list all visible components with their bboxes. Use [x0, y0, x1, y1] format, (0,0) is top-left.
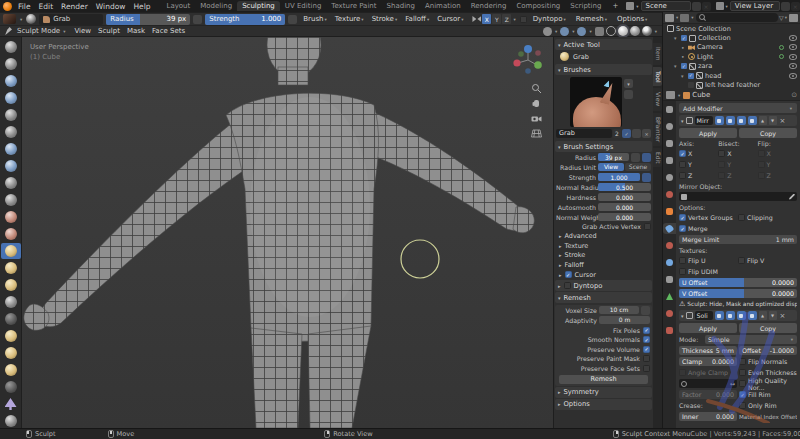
smooth-brush-icon[interactable] — [1, 175, 21, 191]
angle-clamp-checkbox[interactable] — [679, 369, 686, 376]
mirror-flip-x-checkbox[interactable] — [758, 150, 765, 157]
remesh-checkbox[interactable] — [643, 346, 650, 353]
snake-hook-brush-icon[interactable] — [1, 277, 21, 293]
object-checkbox[interactable] — [688, 73, 694, 79]
collapsed-panel-header[interactable]: ▸ Symmetry — [555, 387, 652, 398]
move-up-button[interactable]: ▲ — [759, 311, 767, 320]
elastic-deform-brush-icon[interactable] — [1, 260, 21, 276]
modifier-name-field[interactable]: Mirr — [695, 116, 713, 125]
high-quality-normals-checkbox[interactable] — [739, 380, 746, 387]
shading-rendered-button[interactable] — [642, 26, 652, 36]
outliner-row-light[interactable]: • Light — [663, 52, 800, 61]
menubar-item[interactable]: Window — [92, 2, 130, 11]
remesh-button[interactable]: Remesh — [559, 375, 648, 384]
realtime-toggle[interactable] — [737, 116, 746, 125]
clay-strips-brush-icon[interactable] — [1, 90, 21, 106]
scene-selector[interactable]: ▾ Scene × — [626, 1, 710, 11]
radius-pressure-icon[interactable] — [193, 15, 202, 24]
strength-slider[interactable]: Strength 1.000 — [205, 14, 285, 25]
subpanel-header[interactable]: ▸ Cursor — [554, 270, 653, 280]
radius-eyedropper-icon[interactable] — [631, 153, 640, 162]
workspace-tab[interactable]: Texture Paint — [326, 1, 381, 11]
on-cage-toggle[interactable] — [715, 311, 724, 320]
mirror-bisect-x-checkbox[interactable] — [718, 150, 725, 157]
remesh-checkbox[interactable] — [643, 355, 650, 362]
flip-normals-checkbox[interactable] — [739, 358, 746, 365]
render-toggle[interactable] — [748, 311, 757, 320]
hide-eye-icon[interactable] — [789, 63, 797, 69]
falloff-preview-icon[interactable] — [26, 14, 36, 24]
clipping-checkbox[interactable] — [738, 214, 745, 221]
overlays-toggle-icon[interactable] — [577, 27, 586, 36]
radius-slider[interactable]: Radius 39 px — [106, 14, 190, 25]
collection-checkbox[interactable] — [681, 35, 687, 41]
3d-viewport[interactable]: User Perspective (1) Cube — [22, 37, 553, 428]
edit-mode-toggle[interactable] — [726, 116, 735, 125]
view-layer-tab-icon[interactable] — [663, 155, 676, 166]
dyntopo-menu[interactable]: Dyntopo▾ — [530, 14, 570, 25]
outliner-row-camera[interactable]: • Camera — [663, 43, 800, 52]
pose-brush-icon[interactable] — [1, 311, 21, 327]
v-offset-slider[interactable]: V Offset 0.0000 — [679, 289, 797, 298]
header-menu[interactable]: Texture▾ — [332, 14, 368, 25]
new-scene-button[interactable] — [692, 2, 701, 11]
copy-button[interactable]: Copy — [739, 323, 797, 333]
hide-eye-icon[interactable] — [789, 44, 797, 50]
zoom-icon[interactable] — [531, 83, 542, 94]
thickness-field[interactable]: Thickness5 mm — [679, 346, 737, 355]
constraints-tab-icon[interactable] — [663, 274, 676, 285]
expand-arrow-icon[interactable]: ▾ — [681, 73, 686, 79]
workspace-tab[interactable]: Animation — [420, 1, 466, 11]
hide-eye-icon[interactable] — [789, 54, 797, 60]
mirror-bisect-z-checkbox[interactable] — [718, 172, 725, 179]
copy-button[interactable]: Copy — [739, 128, 797, 138]
brush-name-field[interactable]: Grab — [556, 129, 612, 138]
crease-brush-icon[interactable] — [1, 158, 21, 174]
annotate-tool-icon[interactable] — [1, 413, 21, 429]
viewport-menu[interactable]: Mask — [124, 26, 148, 37]
fill-rim-checkbox[interactable] — [739, 391, 746, 398]
radius-unit-view-button[interactable]: View — [598, 163, 624, 171]
snap-toggle-icon[interactable] — [560, 27, 569, 36]
sidebar-tab[interactable]: View — [653, 88, 662, 110]
slide-relax-brush-icon[interactable] — [1, 362, 21, 378]
viewport-menu[interactable]: View — [71, 26, 94, 37]
brushes-panel-header[interactable]: ▾ Brushes — [555, 64, 652, 75]
delete-modifier-button[interactable]: × — [780, 117, 786, 125]
draw-brush-icon[interactable] — [1, 39, 21, 55]
move-down-button[interactable]: ▼ — [769, 311, 777, 320]
scene-tab-icon[interactable] — [663, 172, 676, 183]
render-tab-icon[interactable] — [663, 121, 676, 132]
outliner-row-zara[interactable]: ▾ zara — [663, 62, 800, 71]
remesh-menu[interactable]: Remesh▾ — [573, 14, 611, 25]
workspace-tab[interactable]: Sculpting — [237, 1, 280, 11]
flatten-brush-icon[interactable] — [1, 192, 21, 208]
mirror-modifier-header[interactable]: ▾ Mirr ▲ ▼ × — [679, 115, 797, 126]
add-modifier-button[interactable]: Add Modifier▾ — [679, 103, 797, 113]
shading-wireframe-button[interactable] — [606, 26, 616, 36]
clay-brush-icon[interactable] — [1, 73, 21, 89]
remesh-checkbox[interactable] — [643, 365, 650, 372]
inflate-brush-icon[interactable] — [1, 124, 21, 140]
draw-sharp-brush-icon[interactable] — [1, 56, 21, 72]
sidebar-tab[interactable]: Tool — [653, 67, 662, 87]
physics-tab-icon[interactable] — [663, 257, 676, 268]
viewport-menu[interactable]: Face Sets — [149, 26, 188, 37]
grab-brush-icon[interactable] — [1, 243, 21, 259]
symmetry-z-button[interactable]: Z — [502, 14, 511, 24]
modifiers-tab-icon[interactable] — [663, 223, 676, 234]
merge-limit-field[interactable]: Merge Limit 1 mm — [679, 235, 797, 244]
remesh-checkbox[interactable] — [643, 336, 650, 343]
dyntopo-toggle-checkbox[interactable] — [520, 16, 527, 23]
vertex-group-field[interactable]: ↔ — [679, 379, 737, 388]
blender-logo-icon[interactable] — [3, 2, 12, 11]
outliner-row-scene-collection[interactable]: Scene Collection — [663, 24, 800, 33]
active-brush-field[interactable]: Grab — [39, 14, 103, 25]
brush-icon-button[interactable] — [624, 90, 633, 99]
move-up-button[interactable]: ▲ — [759, 116, 767, 125]
workspace-tab[interactable]: Rendering — [466, 1, 512, 11]
mirror-flip-z-checkbox[interactable] — [758, 172, 765, 179]
u-offset-slider[interactable]: U Offset 0.0000 — [679, 278, 797, 287]
scene-name-field[interactable]: Scene — [641, 1, 691, 11]
slider-field[interactable]: 0.500 — [598, 183, 651, 191]
